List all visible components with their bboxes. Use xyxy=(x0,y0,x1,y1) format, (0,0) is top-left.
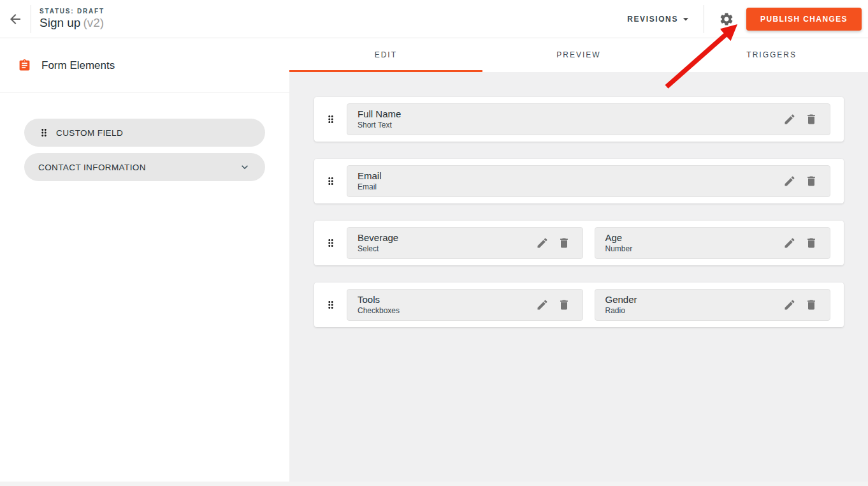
field-type: Checkboxes xyxy=(358,306,532,316)
field-name: Gender xyxy=(605,294,779,306)
sidebar-item-contact-information[interactable]: CONTACT INFORMATION xyxy=(24,153,265,181)
sidebar-header: Form Elements xyxy=(0,39,289,92)
delete-field-button[interactable] xyxy=(800,298,822,311)
delete-field-button[interactable] xyxy=(553,298,575,311)
status-badge: STATUS: DRAFT xyxy=(40,8,105,15)
field-row: Full Name Short Text xyxy=(314,97,844,142)
field-age[interactable]: Age Number xyxy=(595,227,831,259)
edit-field-button[interactable] xyxy=(532,237,553,249)
drag-handle-icon[interactable] xyxy=(314,237,347,249)
trash-icon xyxy=(558,237,570,249)
header-divider xyxy=(704,5,704,33)
page-title: Sign up xyxy=(40,16,80,29)
pencil-icon xyxy=(783,298,796,311)
field-row: Email Email xyxy=(314,159,844,203)
top-header: STATUS: DRAFT Sign up(v2) REVISIONS PUBL… xyxy=(0,0,868,38)
field-type: Number xyxy=(605,244,779,254)
form-canvas: Full Name Short Text Email Email xyxy=(289,72,868,327)
field-name: Age xyxy=(605,232,779,244)
tab-bar: EDIT PREVIEW TRIGGERS xyxy=(289,39,868,72)
revisions-dropdown[interactable]: REVISIONS xyxy=(627,13,692,26)
chevron-down-icon xyxy=(238,161,251,173)
field-type: Short Text xyxy=(358,121,779,130)
sidebar-title: Form Elements xyxy=(41,59,115,72)
tab-edit[interactable]: EDIT xyxy=(289,39,482,72)
publish-changes-button[interactable]: PUBLISH CHANGES xyxy=(746,8,862,31)
delete-field-button[interactable] xyxy=(800,113,822,126)
field-type: Email xyxy=(358,182,779,192)
pencil-icon xyxy=(783,175,796,188)
sidebar-item-label: CUSTOM FIELD xyxy=(56,128,123,138)
field-row: Tools Checkboxes Gender Radio xyxy=(314,283,844,327)
delete-field-button[interactable] xyxy=(800,237,822,249)
clipboard-icon xyxy=(18,59,31,72)
trash-icon xyxy=(805,175,818,188)
field-name: Full Name xyxy=(358,108,779,120)
drag-handle-icon xyxy=(38,127,50,138)
back-button[interactable] xyxy=(0,0,31,38)
arrow-left-icon xyxy=(8,11,23,27)
field-row: Beverage Select Age Number xyxy=(314,221,844,265)
main-panel: EDIT PREVIEW TRIGGERS Full Name Short Te… xyxy=(289,39,868,486)
settings-button[interactable] xyxy=(713,0,740,38)
pencil-icon xyxy=(536,237,549,249)
revisions-label: REVISIONS xyxy=(627,15,678,24)
sidebar-item-label: CONTACT INFORMATION xyxy=(38,163,146,172)
caret-down-icon xyxy=(678,13,692,26)
gear-icon xyxy=(719,11,734,27)
delete-field-button[interactable] xyxy=(800,175,822,188)
field-name: Tools xyxy=(358,294,532,306)
drag-handle-icon[interactable] xyxy=(314,114,347,125)
tab-preview[interactable]: PREVIEW xyxy=(482,39,676,72)
field-tools[interactable]: Tools Checkboxes xyxy=(347,289,583,321)
field-type: Select xyxy=(358,244,532,254)
edit-field-button[interactable] xyxy=(779,298,800,311)
pencil-icon xyxy=(536,298,549,311)
edit-field-button[interactable] xyxy=(779,237,800,249)
field-full-name[interactable]: Full Name Short Text xyxy=(347,103,830,135)
pencil-icon xyxy=(783,237,796,249)
edit-field-button[interactable] xyxy=(532,298,553,311)
edit-field-button[interactable] xyxy=(779,175,800,188)
pencil-icon xyxy=(783,113,796,126)
field-name: Beverage xyxy=(358,232,532,244)
field-beverage[interactable]: Beverage Select xyxy=(347,227,583,259)
drag-handle-icon[interactable] xyxy=(314,299,347,311)
field-email[interactable]: Email Email xyxy=(347,165,830,197)
trash-icon xyxy=(558,298,570,311)
trash-icon xyxy=(805,237,818,249)
header-divider xyxy=(31,5,31,33)
form-version: (v2) xyxy=(83,16,104,29)
page-bottom-strip xyxy=(0,482,868,486)
tab-triggers[interactable]: TRIGGERS xyxy=(675,39,868,72)
delete-field-button[interactable] xyxy=(553,237,575,249)
field-gender[interactable]: Gender Radio xyxy=(595,289,831,321)
edit-field-button[interactable] xyxy=(779,113,800,126)
sidebar-item-custom-field[interactable]: CUSTOM FIELD xyxy=(24,119,265,147)
trash-icon xyxy=(805,113,818,126)
sidebar: Form Elements CUSTOM FIELD CONTACT INFOR… xyxy=(0,39,289,486)
drag-handle-icon[interactable] xyxy=(314,175,347,187)
field-type: Radio xyxy=(605,306,779,316)
field-name: Email xyxy=(358,170,779,182)
trash-icon xyxy=(805,298,818,311)
